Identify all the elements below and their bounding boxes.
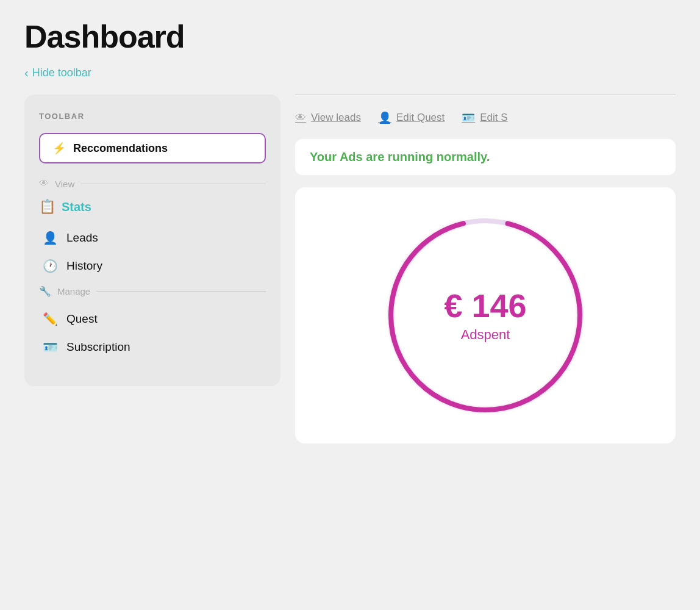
edit-quest-action[interactable]: 👤 Edit Quest — [378, 111, 445, 124]
toolbar-section-label: TOOLBAR — [39, 112, 266, 121]
view-divider-line — [80, 184, 266, 184]
hide-toolbar-label: Hide toolbar — [32, 66, 91, 79]
sidebar-item-subscription[interactable]: 🪪 Subscription — [39, 334, 266, 361]
eye-icon: 👁 — [39, 178, 49, 189]
main-layout: TOOLBAR ⚡ Reccomendations 👁 View 📋 Stats… — [24, 95, 676, 443]
gauge-card: € 146 Adspent — [295, 187, 676, 443]
subscription-label: Subscription — [66, 340, 130, 354]
edit-quest-person-icon: 👤 — [378, 111, 391, 124]
toolbar-panel: TOOLBAR ⚡ Reccomendations 👁 View 📋 Stats… — [24, 95, 280, 386]
status-message: Your Ads are running normally. — [310, 150, 490, 163]
top-divider — [295, 95, 676, 95]
sidebar-item-history[interactable]: 🕐 History — [39, 253, 266, 279]
right-panel: 👁 View leads 👤 Edit Quest 🪪 Edit S Your … — [295, 95, 676, 443]
history-icon: 🕐 — [43, 259, 58, 273]
manage-section-divider: 🔧 Manage — [39, 285, 266, 297]
stats-label: Stats — [62, 200, 91, 214]
manage-divider-line — [96, 291, 266, 292]
gauge-amount: € 146 — [444, 288, 526, 324]
view-section-divider: 👁 View — [39, 178, 266, 189]
gauge-wrapper: € 146 Adspent — [376, 206, 595, 425]
gauge-label: Adspent — [444, 327, 526, 343]
view-leads-eye-icon: 👁 — [295, 112, 306, 124]
gauge-center: € 146 Adspent — [444, 288, 526, 342]
pencil-icon: ✏️ — [43, 312, 58, 326]
hide-toolbar-button[interactable]: ‹ Hide toolbar — [24, 66, 91, 80]
edit-s-label: Edit S — [480, 112, 507, 124]
quest-label: Quest — [66, 312, 98, 326]
sidebar-item-quest[interactable]: ✏️ Quest — [39, 306, 266, 332]
page-title: Dashboard — [24, 18, 676, 55]
chevron-left-icon: ‹ — [24, 66, 29, 80]
action-bar: 👁 View leads 👤 Edit Quest 🪪 Edit S — [295, 111, 676, 124]
edit-s-card-icon: 🪪 — [462, 111, 475, 124]
edit-s-action[interactable]: 🪪 Edit S — [462, 111, 507, 124]
wrench-icon: 🔧 — [39, 285, 51, 297]
view-section-label: View — [55, 179, 74, 189]
leads-label: Leads — [66, 231, 98, 245]
sidebar-item-leads[interactable]: 👤 Leads — [39, 224, 266, 251]
recommendations-button[interactable]: ⚡ Reccomendations — [39, 133, 266, 163]
bolt-icon: ⚡ — [52, 142, 66, 155]
stats-icon: 📋 — [39, 199, 55, 215]
recommendations-label: Reccomendations — [73, 142, 168, 155]
person-icon: 👤 — [43, 231, 58, 245]
manage-section-label: Manage — [57, 286, 90, 296]
edit-quest-label: Edit Quest — [396, 112, 445, 124]
history-label: History — [66, 259, 102, 273]
view-leads-action[interactable]: 👁 View leads — [295, 112, 361, 124]
status-card: Your Ads are running normally. — [295, 139, 676, 175]
stats-section: 📋 Stats — [39, 199, 266, 215]
card-icon: 🪪 — [43, 340, 58, 354]
view-leads-label: View leads — [311, 112, 361, 124]
